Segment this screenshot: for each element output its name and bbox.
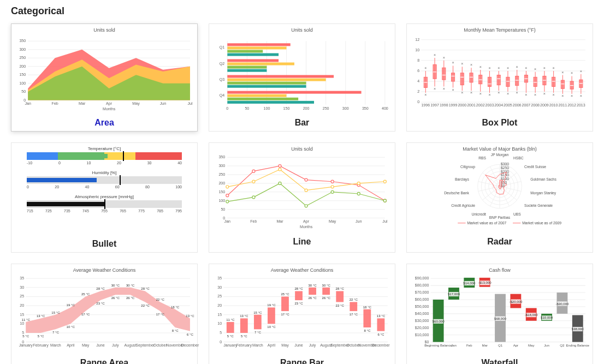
svg-text:11 °C: 11 °C [226,318,235,321]
svg-text:Market value as of 2009: Market value as of 2009 [522,221,561,225]
svg-text:×: × [470,91,472,95]
svg-rect-137 [534,77,537,86]
svg-text:250: 250 [218,172,225,177]
svg-text:200: 200 [19,64,26,69]
svg-point-213 [383,180,386,183]
svg-text:0: 0 [226,106,228,111]
svg-text:20: 20 [20,303,24,308]
svg-text:Months: Months [300,225,313,229]
svg-text:6 °C: 6 °C [377,333,384,336]
svg-text:$10,000: $10,000 [415,333,429,337]
svg-text:50: 50 [245,106,249,111]
caption-waterfall: Waterfall [407,355,593,364]
chart-card-bullet[interactable]: Temperature [°C]-10010203040Humidity [%]… [11,142,198,253]
svg-text:June: June [96,343,104,348]
bullet-chart: Temperature [°C]-10010203040Humidity [%]… [11,143,197,236]
svg-text:×: × [525,93,527,97]
svg-text:2007: 2007 [522,103,531,108]
svg-point-211 [331,186,334,188]
svg-text:October: October [153,343,168,348]
svg-text:×: × [479,92,482,96]
svg-text:Beginning Balance: Beginning Balance [424,344,452,347]
svg-text:2: 2 [417,89,419,94]
chart-title: Units sold [11,24,197,33]
svg-rect-92 [451,73,454,81]
radar-chart: JP MorganHSBCCredit SuisseGoldman SachsM… [411,154,588,232]
svg-text:50: 50 [21,89,26,94]
svg-text:1997: 1997 [430,103,439,108]
svg-text:100: 100 [218,199,225,203]
svg-text:7 °C: 7 °C [254,331,261,334]
svg-text:13 °C: 13 °C [37,314,45,318]
svg-text:Market value as of 2007: Market value as of 2007 [467,221,506,225]
svg-text:December: December [372,343,390,348]
svg-rect-46 [227,53,279,56]
svg-text:Jun: Jun [160,102,166,106]
svg-text:Q2: Q2 [560,344,565,347]
svg-rect-44 [227,46,286,49]
svg-text:30: 30 [217,285,222,290]
svg-text:10 °C: 10 °C [267,325,276,329]
caption-bullet: Bullet [11,236,197,252]
chart-title: Units sold [209,143,395,152]
svg-text:18 °C: 18 °C [363,306,372,309]
svg-rect-48 [227,59,279,62]
chart-title: Average Weather Conditions [209,264,395,273]
chart-card-bar[interactable]: Units sold 050100150200250300350400Q1Q2Q… [209,23,395,132]
svg-rect-370 [322,288,330,295]
svg-point-218 [331,190,334,193]
chart-card-boxplot[interactable]: Monthly Mean Temperatures (°F) 024681012… [406,23,593,132]
svg-text:Societe Generale: Societe Generale [524,204,553,207]
svg-text:×: × [561,94,564,98]
page-title: Categorical [11,5,593,17]
chart-card-rangearea[interactable]: Average Weather Conditions 0510152025303… [11,264,198,364]
svg-text:×: × [507,66,509,70]
svg-text:×: × [488,66,490,70]
svg-rect-53 [227,75,334,78]
caption-rangebar: Range Bar [209,355,395,364]
svg-text:HSBC: HSBC [513,156,524,160]
svg-text:30 °C: 30 °C [126,284,135,287]
svg-rect-342 [227,322,234,333]
svg-line-261 [490,166,500,186]
chart-card-rangebar[interactable]: Average Weather Conditions 0510152025303… [209,264,395,364]
svg-rect-50 [227,66,267,69]
svg-text:250: 250 [19,56,26,60]
chart-card-waterfall[interactable]: Cash flow $0$10,000$20,000$30,000$40,000… [406,264,593,364]
svg-text:December: December [181,343,199,348]
svg-text:25 °C: 25 °C [281,293,289,296]
svg-text:$60,000: $60,000 [433,320,445,323]
svg-text:July: July [309,343,316,348]
chart-title: Cash flow [407,264,593,273]
chart-card-line[interactable]: Units sold 050100150200250300350JanFebMa… [209,142,395,253]
rangearea-chart: 0510152025303511 °C13 °C15 °C19 °C25 °C2… [16,275,193,354]
svg-text:×: × [507,92,509,96]
svg-text:×: × [479,65,482,69]
svg-text:Feb: Feb [52,102,58,106]
chart-card-radar[interactable]: Market Value of Major Banks (bln) JP Mor… [406,142,593,253]
svg-point-220 [383,199,386,202]
svg-text:10: 10 [20,321,24,326]
svg-text:5: 5 [220,331,222,335]
svg-text:-$18,000: -$18,000 [525,313,538,317]
svg-text:×: × [543,92,546,96]
svg-rect-366 [309,288,316,295]
svg-text:0: 0 [220,340,222,344]
svg-text:2009: 2009 [540,103,549,108]
svg-rect-97 [460,73,464,85]
svg-text:30 °C: 30 °C [322,284,331,287]
svg-text:28 °C: 28 °C [96,287,105,290]
svg-text:Jul: Jul [187,102,192,106]
svg-text:2006: 2006 [513,103,522,108]
chart-card-area[interactable]: Units sold 050100150200250300350JanFebMa… [11,23,198,132]
svg-text:Morgan Stanley: Morgan Stanley [530,191,556,195]
svg-rect-382 [363,309,371,327]
svg-text:June: June [294,343,303,348]
svg-text:April: April [268,343,276,348]
svg-rect-56 [227,85,306,88]
svg-text:×: × [534,67,536,71]
svg-text:5 °C: 5 °C [22,335,29,338]
svg-text:6 °C: 6 °C [187,333,193,336]
svg-text:August: August [125,343,137,348]
svg-text:$40,000: $40,000 [415,312,429,316]
